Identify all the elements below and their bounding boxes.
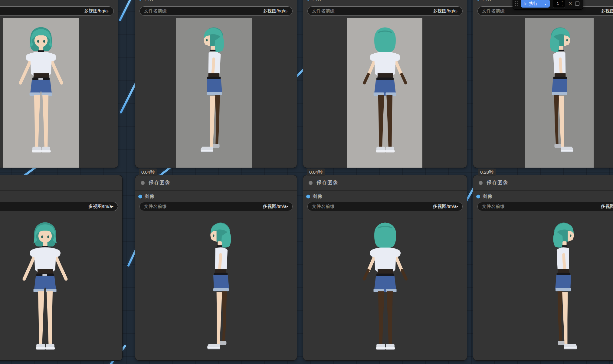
cancel-button[interactable]: ✕ <box>568 1 572 6</box>
image-input-label: 图像 <box>313 0 322 2</box>
image-input-row: 图像 <box>135 0 297 4</box>
filename-prefix-input[interactable]: 文件名前缀 多视图/bg/a- <box>139 6 293 16</box>
node-header[interactable]: 保存图像 <box>303 175 467 190</box>
spinner-down-icon: ⌄ <box>561 4 563 6</box>
filename-prefix-placeholder: 文件名前缀 <box>144 204 167 209</box>
image-preview <box>347 18 422 168</box>
filename-prefix-placeholder: 文件名前缀 <box>312 8 335 14</box>
stop-button[interactable] <box>575 2 579 6</box>
run-button-label: 执行 <box>529 1 537 6</box>
save-image-node-t1[interactable]: 多视图/bg/a- <box>0 0 118 168</box>
save-image-node-t4[interactable]: 图像 文件名前缀 多视图/bg/a- <box>473 0 613 168</box>
image-input-socket[interactable] <box>306 0 310 1</box>
filename-prefix-value: 多视图/bg/a- <box>601 8 613 14</box>
filename-prefix-input[interactable]: 文件名前缀 多视图/tm/a- <box>307 202 463 211</box>
image-input-socket[interactable] <box>306 195 310 198</box>
filename-prefix-input[interactable]: 文件名前缀 多视图/bg/a- <box>307 6 463 16</box>
filename-prefix-value: 多视图/bg/a- <box>263 8 288 14</box>
run-button-group: ▷ 执行 ⌄ <box>521 0 550 8</box>
filename-prefix-placeholder: 文件名前缀 <box>312 204 335 209</box>
link-wire <box>120 83 136 114</box>
character-image-side-left <box>183 24 246 163</box>
node-graph-canvas[interactable]: ▷ 执行 ⌄ 1 ⌃ ⌄ ✕ 多视图/bg/a- <box>0 0 613 364</box>
filename-prefix-value: 多视图/bg/a- <box>84 8 109 14</box>
image-input-row: 图像 <box>135 192 297 202</box>
image-input-label: 图像 <box>483 193 492 200</box>
image-input-socket[interactable] <box>138 0 142 1</box>
filename-prefix-input[interactable]: 多视图/bg/a- <box>0 6 114 16</box>
image-input-label: 图像 <box>145 193 154 200</box>
run-options-chevron[interactable]: ⌄ <box>541 0 550 8</box>
node-title: 保存图像 <box>149 179 170 186</box>
header-divider <box>473 190 613 191</box>
image-input-label: 图像 <box>313 193 322 200</box>
filename-prefix-input[interactable]: 文件名前缀 多视图/tm/a- <box>139 202 293 211</box>
floating-run-toolbar: ▷ 执行 ⌄ 1 ⌃ ⌄ ✕ <box>513 0 583 10</box>
header-divider <box>135 190 297 191</box>
node-header[interactable]: 保存图像 <box>135 175 297 190</box>
filename-prefix-placeholder: 文件名前缀 <box>482 8 505 14</box>
image-input-socket[interactable] <box>476 195 480 198</box>
save-image-node-b1[interactable]: 保存图像 图像 文件名前缀 多视图/tm/a- <box>0 175 123 361</box>
image-preview <box>525 18 594 168</box>
image-preview <box>3 18 79 168</box>
filename-prefix-placeholder: 文件名前缀 <box>144 8 167 14</box>
save-image-node-b2[interactable]: 保存图像 图像 文件名前缀 多视图/tm/a- <box>135 175 297 361</box>
image-input-label: 图像 <box>145 0 154 2</box>
collapse-dot[interactable] <box>309 181 313 185</box>
execution-time-badge: 0.04秒 <box>307 169 325 176</box>
header-divider <box>0 190 122 191</box>
image-input-row: 图像 <box>303 192 467 202</box>
image-input-row: 图像 <box>303 0 467 4</box>
save-image-node-b4[interactable]: 保存图像 图像 文件名前缀 多视图/tm/a- <box>473 175 613 361</box>
header-divider <box>303 190 467 191</box>
collapse-dot[interactable] <box>141 181 145 185</box>
filename-prefix-input[interactable]: 文件名前缀 多视图/tm/a- <box>0 202 118 211</box>
filename-prefix-value: 多视图/tm/a- <box>433 204 458 209</box>
chevron-down-icon: ⌄ <box>544 1 547 6</box>
batch-count-value: 1 <box>557 1 559 6</box>
character-image-side-left <box>189 219 253 360</box>
run-button[interactable]: ▷ 执行 <box>521 0 541 8</box>
image-preview <box>176 18 252 168</box>
filename-prefix-placeholder: 文件名前缀 <box>482 204 505 209</box>
node-header[interactable]: 保存图像 <box>0 175 122 190</box>
count-spinner[interactable]: ⌃ ⌄ <box>561 2 563 6</box>
batch-count-input[interactable]: 1 ⌃ ⌄ <box>553 0 565 8</box>
character-image-front <box>9 24 73 163</box>
image-input-row: 图像 <box>473 192 613 202</box>
play-icon: ▷ <box>524 2 527 6</box>
character-image-side-right <box>528 24 591 163</box>
character-image-front <box>13 219 77 360</box>
node-title: 保存图像 <box>487 179 508 186</box>
character-image-back <box>353 24 417 163</box>
filename-prefix-value: 多视图/bg/a- <box>433 8 458 14</box>
image-input-socket[interactable] <box>476 0 480 1</box>
execution-time-badge: 0.28秒 <box>478 169 496 176</box>
filename-prefix-input[interactable]: 文件名前缀 多视图/tm/a- <box>477 202 613 211</box>
image-input-row: 图像 <box>0 192 122 202</box>
filename-prefix-value: 多视图/tm/a- <box>263 204 288 209</box>
save-image-node-t2[interactable]: 图像 文件名前缀 多视图/bg/a- <box>135 0 297 168</box>
node-title: 保存图像 <box>316 179 338 186</box>
save-image-node-b3[interactable]: 保存图像 图像 文件名前缀 多视图/tm/a- <box>303 175 467 361</box>
link-wire <box>119 0 132 21</box>
filename-prefix-value: 多视图/tm/a- <box>601 204 613 209</box>
drag-handle-icon[interactable] <box>515 1 518 6</box>
node-header[interactable]: 保存图像 <box>473 175 613 190</box>
save-image-node-t3[interactable]: 图像 文件名前缀 多视图/bg/a- <box>303 0 467 168</box>
filename-prefix-value: 多视图/tm/a- <box>88 204 113 209</box>
image-input-socket[interactable] <box>138 195 142 198</box>
execution-time-badge: 0.04秒 <box>139 169 157 176</box>
character-image-side-right <box>531 219 595 360</box>
character-image-back <box>353 219 417 360</box>
collapse-dot[interactable] <box>479 181 483 185</box>
image-input-label: 图像 <box>483 0 492 2</box>
